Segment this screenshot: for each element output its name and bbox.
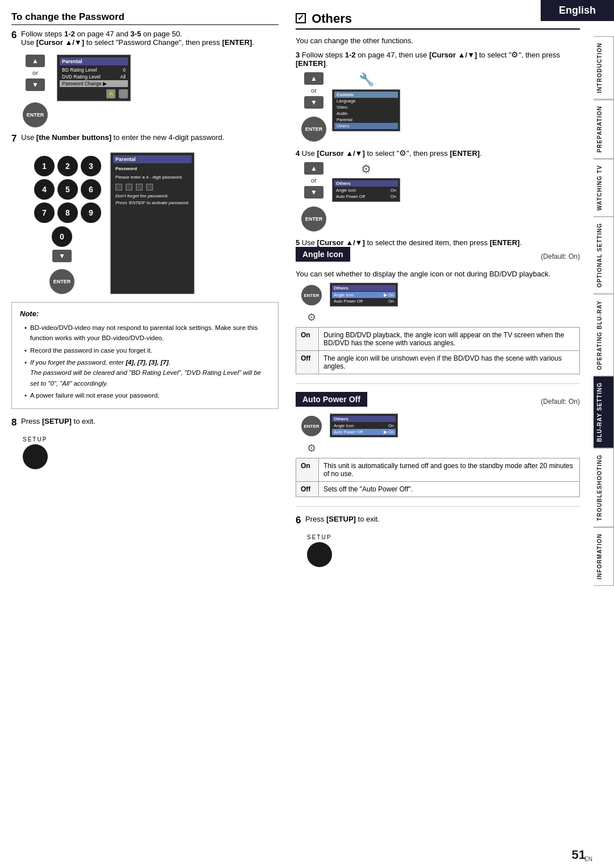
num-btn-7[interactable]: 7 xyxy=(34,202,55,223)
angle-remote: ENTER ⚙ xyxy=(301,283,322,324)
step4-icon-screen: ⚙ Others Angle IconOn Auto Power OffOn xyxy=(332,162,400,202)
angle-on-row: On During BD/DVD playback, the angle ico… xyxy=(296,328,580,351)
step3-num: 3 xyxy=(296,51,300,59)
step7-block: 7 Use [the Number buttons] to enter the … xyxy=(11,133,279,144)
angle-screen-row1: Angle Icon▶ On xyxy=(332,292,396,298)
num-btn-2[interactable]: 2 xyxy=(57,156,78,176)
cs-row-parental: Parental xyxy=(334,117,398,123)
num-btn-8[interactable]: 8 xyxy=(57,202,78,223)
cursor-up-btn[interactable] xyxy=(26,55,45,67)
pwd-dot-3 xyxy=(136,184,143,191)
angle-icon-default: (Default: On) xyxy=(541,253,580,261)
or-label-r4: or xyxy=(311,177,317,184)
step5-num: 5 xyxy=(296,238,300,247)
apo-screen: Others Angle IconOn Auto Power Off▶ On xyxy=(330,414,398,437)
angle-screen-header: Others xyxy=(332,285,396,291)
note-list: BD-video/DVD-video may not respond to pa… xyxy=(20,323,270,401)
enter-btn-angle[interactable]: ENTER xyxy=(301,285,322,305)
page-lang: EN xyxy=(584,856,592,862)
angle-on-label: On xyxy=(296,328,319,351)
right-step3-block: 3 Follow steps 1-2 on page 47, then use … xyxy=(296,50,580,142)
right-step6-block: 6 Press [SETUP] to exit. xyxy=(296,515,580,526)
apo-remote: ENTER ⚙ xyxy=(301,414,322,454)
apo-off-row: Off Sets off the "Auto Power Off". xyxy=(296,482,580,497)
apo-on-off-table: On This unit is automatically turned off… xyxy=(296,458,580,497)
tab-information[interactable]: INFORMATION xyxy=(594,527,614,586)
step4-screen-header: Others xyxy=(334,180,398,187)
step3-remote-btns: or ENTER xyxy=(301,72,326,142)
cs-row-audio: Audio xyxy=(334,110,398,117)
note-item-2: Record the password in case you forget i… xyxy=(24,345,270,356)
right-step4-block: 4 Use [Cursor ▲/▼] to select "⚙", then p… xyxy=(296,148,580,232)
tab-operating-bluray[interactable]: OPERATING BLU-RAY xyxy=(594,294,614,377)
screen6-row3: Password Change ▶ xyxy=(60,80,128,87)
num-btn-1[interactable]: 1 xyxy=(34,156,55,176)
pwd-screen-header: Parental xyxy=(113,155,192,163)
angle-icon-desc: You can set whether to display the angle… xyxy=(296,268,580,280)
step4-num: 4 xyxy=(296,149,300,158)
others-title: Others xyxy=(296,11,580,30)
or-label-r3: or xyxy=(311,87,317,94)
step6r-num: 6 xyxy=(296,515,301,526)
cs-row-video: Video xyxy=(334,104,398,110)
cursor-down-r4[interactable] xyxy=(304,186,323,199)
cursor-up-r4[interactable] xyxy=(304,162,323,175)
step8-block: 8 Press [SETUP] to exit. xyxy=(11,417,279,428)
num-btn-3[interactable]: 3 xyxy=(81,156,101,176)
left-column: To change the Password 6 Follow steps 1-… xyxy=(11,11,290,572)
note-item-4: A power failure will not erase your pass… xyxy=(24,390,270,400)
num-btn-0[interactable]: 0 xyxy=(52,226,72,247)
apo-on-desc: This unit is automatically turned off an… xyxy=(319,458,580,482)
cursor-down-btn[interactable] xyxy=(26,78,45,91)
pwd-screen-body: Password Please enter a 4 - digit passwo… xyxy=(113,164,192,208)
step7-num: 7 xyxy=(11,133,16,144)
enter-btn-6[interactable]: ENTER xyxy=(23,102,48,127)
wrench-icon-r3: 🔧 xyxy=(359,72,374,87)
step8-num: 8 xyxy=(11,417,16,428)
num-btn-4[interactable]: 4 xyxy=(34,179,55,200)
angle-on-off-table: On During BD/DVD playback, the angle ico… xyxy=(296,327,580,374)
num-btn-5[interactable]: 5 xyxy=(57,179,78,200)
apo-on-row: On This unit is automatically turned off… xyxy=(296,458,580,482)
setup-btn-8[interactable] xyxy=(23,444,48,469)
setup-btn-r6[interactable] xyxy=(307,542,332,567)
gear-icon-angle: ⚙ xyxy=(307,311,316,324)
side-tabs: INTRODUCTION PREPARATION WATCHING TV OPT… xyxy=(594,36,614,586)
tab-watching-tv[interactable]: WATCHING TV xyxy=(594,159,614,217)
tab-introduction[interactable]: INTRODUCTION xyxy=(594,36,614,100)
setup-label-r6: SETUP xyxy=(307,534,331,540)
apo-label-row: Auto Power Off (Default: On) xyxy=(296,392,580,410)
tab-preparation[interactable]: PREPARATION xyxy=(594,100,614,159)
apo-label: Auto Power Off xyxy=(296,392,367,407)
down-btn-area: ENTER xyxy=(23,250,101,294)
screen6-row1: BD Rating Level0 xyxy=(60,67,128,73)
step6-screen: Parental BD Rating Level0 DVD Rating Lev… xyxy=(57,55,131,101)
step4-screen: Others Angle IconOn Auto Power OffOn xyxy=(332,178,400,202)
enter-btn-7[interactable]: ENTER xyxy=(49,269,74,294)
pwd-dot-4 xyxy=(146,184,153,191)
tab-bluray-setting[interactable]: BLU-RAY SETTING xyxy=(594,376,614,448)
cursor-up-r3[interactable] xyxy=(304,72,323,85)
right-step5-block: 5 Use [Cursor ▲/▼] to select the desired… xyxy=(296,238,580,507)
angle-off-label: Off xyxy=(296,351,319,374)
apo-screen-header: Others xyxy=(332,416,396,422)
tab-troubleshooting[interactable]: TROUBLESHOOTING xyxy=(594,448,614,527)
enter-btn-r4[interactable]: ENTER xyxy=(301,206,326,232)
step8-content: Press [SETUP] to exit. xyxy=(21,417,276,425)
enter-btn-apo[interactable]: ENTER xyxy=(301,416,322,436)
num-btn-9[interactable]: 9 xyxy=(81,202,101,223)
cursor-down-r3[interactable] xyxy=(304,96,323,109)
cursor-down-btn-7[interactable] xyxy=(52,250,72,262)
step4-text: 4 Use [Cursor ▲/▼] to select "⚙", then p… xyxy=(296,148,580,158)
angle-off-row: Off The angle icon will be unshown even … xyxy=(296,351,580,374)
angle-icon-label: Angle Icon xyxy=(296,247,350,262)
apo-screen-area: ENTER ⚙ Others Angle IconOn Auto Power O… xyxy=(301,414,580,454)
pwd-dot-2 xyxy=(126,184,132,191)
enter-btn-r3[interactable]: ENTER xyxy=(301,117,326,142)
num-btn-6[interactable]: 6 xyxy=(81,179,101,200)
others-title-text: Others xyxy=(312,11,352,26)
tab-optional-setting[interactable]: OPTIONAL SETTING xyxy=(594,217,614,294)
angle-icon-label-row: Angle Icon (Default: On) xyxy=(296,247,580,265)
step6r-content: Press [SETUP] to exit. xyxy=(305,515,577,523)
step5-text: 5 Use [Cursor ▲/▼] to select the desired… xyxy=(296,238,580,247)
